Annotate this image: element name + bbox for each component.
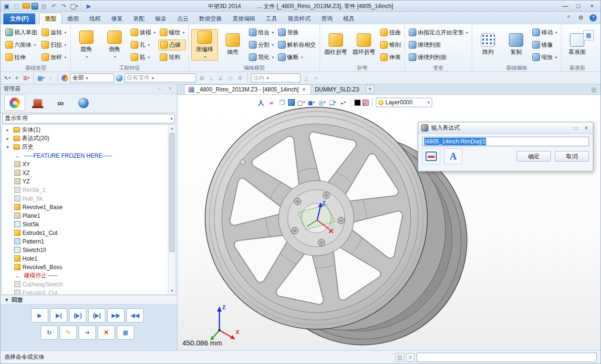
ribbon-overflow-icon[interactable]	[583, 30, 594, 40]
settings-gear-icon[interactable]	[577, 14, 585, 21]
tab-wireframe[interactable]: 线框	[84, 13, 106, 24]
tree-item-extrude1cut[interactable]: Extrude1_Cut	[2, 229, 167, 237]
viewport-layout-icon[interactable]	[328, 98, 337, 107]
divide-button[interactable]: 分割	[248, 40, 275, 51]
chamfer-button[interactable]: 倒角	[101, 30, 128, 60]
tree-item-history[interactable]: 历史	[2, 143, 167, 152]
edge-color-swatch[interactable]	[354, 100, 361, 106]
tab-surface[interactable]: 曲面	[62, 13, 84, 24]
undo-icon[interactable]	[50, 2, 58, 10]
history-options-button[interactable]	[117, 325, 134, 340]
resolve-selfintersect-button[interactable]: 解析自相交	[277, 40, 317, 51]
document-tab-active[interactable]: _4800_Rims_2013M.Z3 - [4805_14inch]	[184, 84, 311, 94]
fillet-button[interactable]: 圆角	[73, 30, 100, 60]
replay-header[interactable]: 回放	[0, 295, 177, 304]
skip-feature-button[interactable]	[79, 325, 96, 340]
app-menu-icon[interactable]	[2, 2, 11, 10]
tab-inquire[interactable]: 查询	[316, 13, 338, 24]
tab-dataexchange[interactable]: 数据交换	[194, 13, 227, 24]
manager-close-icon[interactable]	[166, 85, 174, 92]
tab-visibility-manager[interactable]	[50, 95, 71, 111]
surface-display-icon[interactable]	[278, 98, 286, 107]
shell-button[interactable]: 抽壳	[219, 32, 246, 57]
command-input[interactable]	[416, 353, 597, 362]
expander-icon[interactable]	[4, 143, 11, 151]
snap-intersection-icon[interactable]	[236, 74, 244, 82]
tree-item-slotsk[interactable]: SlotSk	[2, 220, 167, 229]
replay-play-through-button[interactable]	[88, 308, 105, 323]
tree-item-revolve1[interactable]: Revolve1_Base	[2, 203, 167, 212]
print-icon[interactable]	[40, 2, 48, 10]
tree-item-extrude3cut[interactable]: Extrude3_Cut	[2, 289, 167, 295]
delete-feature-button[interactable]	[98, 325, 115, 340]
direction-combo[interactable]: 法向	[251, 73, 300, 82]
tab-assembly[interactable]: 装配	[128, 13, 150, 24]
tree-item-pattern1[interactable]: Pattern1	[2, 237, 167, 246]
dialog-titlebar[interactable]: 输入表达式	[418, 122, 593, 134]
revolve-button[interactable]: 旋转	[40, 27, 68, 38]
snap-angle-icon[interactable]	[217, 74, 225, 82]
tree-item-xy[interactable]: XY	[2, 160, 167, 169]
save-icon[interactable]	[31, 3, 38, 10]
view-dropdown-icon[interactable]	[70, 2, 78, 10]
tree-item-solids[interactable]: 实体(1)	[2, 126, 167, 134]
part-filter-combo[interactable]: 仅有零件	[124, 73, 196, 82]
tab-assembly-manager[interactable]	[27, 95, 48, 111]
tree-item-hole1[interactable]: Hole1	[2, 254, 167, 263]
lip-button[interactable]: 凸缘	[158, 40, 186, 51]
face-offset-button[interactable]: 面偏移	[191, 29, 218, 61]
close-tab-icon[interactable]	[301, 86, 307, 93]
new-file-icon[interactable]	[12, 2, 21, 10]
simplify-button[interactable]: 简化	[248, 52, 275, 63]
section-view-icon[interactable]	[339, 98, 347, 107]
wrap-to-face-button[interactable]: 缠绕到面	[407, 40, 469, 51]
lasso-circle-icon[interactable]	[47, 74, 54, 82]
open-file-icon[interactable]	[22, 3, 30, 9]
scroll-up-icon[interactable]: ▲	[168, 125, 176, 132]
loft-button[interactable]: 放样	[40, 52, 68, 63]
help-icon[interactable]: ?	[590, 14, 597, 21]
tab-tools[interactable]: 工具	[260, 13, 282, 24]
wireframe-cube-icon[interactable]	[297, 98, 305, 107]
copy-button[interactable]: 复制	[503, 32, 529, 57]
layer-combo[interactable]: Layer0000	[376, 98, 432, 107]
tree-item-xz[interactable]: XZ	[2, 169, 167, 177]
expression-input[interactable]: [4805_14inch:RimDia]/2	[422, 137, 589, 146]
tree-item-revolve5[interactable]: Revolve5_Boss	[2, 263, 167, 272]
replay-play-to-button[interactable]	[69, 308, 86, 323]
tab-list-icon[interactable]	[590, 86, 598, 93]
replace-button[interactable]: 替换	[277, 27, 317, 38]
eraser-icon[interactable]	[267, 98, 276, 107]
comment-icon[interactable]	[572, 124, 580, 132]
collapse-ribbon-icon[interactable]	[565, 14, 572, 21]
torus-bend-button[interactable]: 圆环折弯	[351, 32, 377, 57]
status-units-icon[interactable]	[395, 353, 404, 362]
manager-pin-icon[interactable]	[156, 85, 164, 92]
scale-button[interactable]: 缩放	[531, 52, 559, 63]
snap-center-icon[interactable]	[198, 74, 206, 82]
rib-button[interactable]: 筋	[129, 52, 157, 63]
tab-shape[interactable]: 造型	[39, 13, 62, 24]
tab-mold[interactable]: 模具	[338, 13, 360, 24]
status-list-icon[interactable]	[406, 353, 414, 362]
box-button[interactable]: 六面体	[4, 40, 39, 51]
new-document-tab-button[interactable]: +	[366, 85, 374, 93]
tab-view-manager[interactable]	[73, 95, 94, 111]
taper-button[interactable]: 锥削	[379, 40, 402, 51]
combine-button[interactable]: 组合	[248, 27, 275, 38]
insert-sketch-button[interactable]: 插入草图	[4, 27, 39, 38]
expander-icon[interactable]	[4, 135, 11, 142]
face-color-swatch[interactable]	[363, 100, 369, 106]
tree-item-yz[interactable]: YZ	[2, 177, 167, 186]
wrap-row-to-face-button[interactable]: 缠绕列到面	[407, 52, 469, 63]
tab-history-manager[interactable]	[4, 95, 25, 111]
tree-item-stop-marker[interactable]: 建模停止 -----	[2, 272, 167, 280]
pattern-button[interactable]: 阵列	[475, 32, 501, 57]
filter-table-icon[interactable]	[37, 74, 45, 82]
thread-button[interactable]: 螺纹	[158, 27, 186, 38]
close-button[interactable]: ×	[585, 1, 599, 11]
regen-history-button[interactable]	[41, 325, 58, 340]
tree-scrollbar[interactable]: ▲ ▼	[168, 125, 176, 295]
replay-rewind-button[interactable]	[126, 308, 144, 323]
stock-button[interactable]: 坯料	[158, 52, 186, 63]
